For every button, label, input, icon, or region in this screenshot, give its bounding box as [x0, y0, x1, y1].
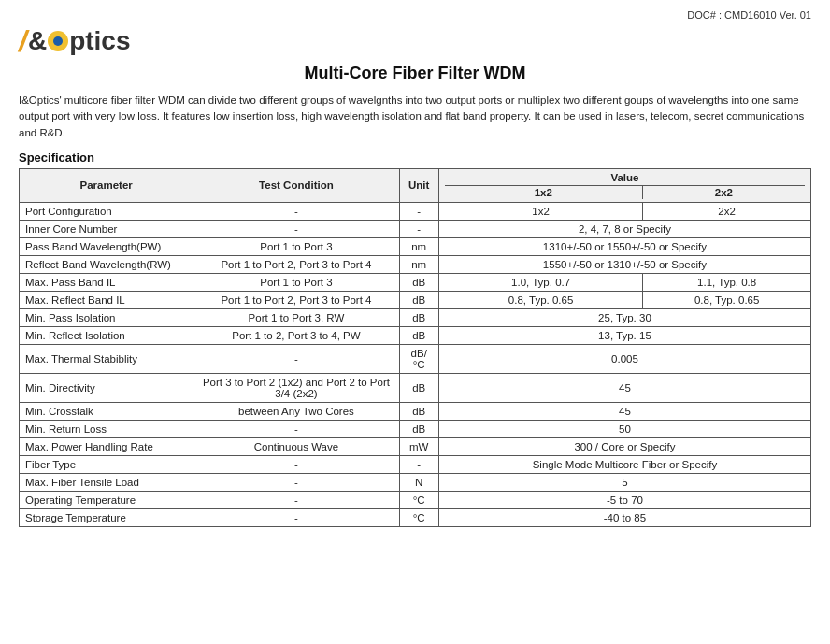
- cell-test: -: [193, 473, 399, 491]
- cell-param: Min. Crosstalk: [20, 402, 193, 420]
- logo-eye-inner: [53, 36, 63, 46]
- cell-test: -: [193, 344, 399, 373]
- cell-param: Max. Thermal Stabiblity: [20, 344, 193, 373]
- cell-value: 300 / Core or Specify: [438, 437, 810, 455]
- logo-area: / & ptics: [19, 26, 811, 56]
- description-text: I&Optics' multicore fiber filter WDM can…: [19, 93, 811, 141]
- cell-unit: -: [399, 455, 438, 473]
- cell-unit: dB/°C: [399, 344, 438, 373]
- cell-test: -: [193, 202, 399, 220]
- logo-eye-icon: [48, 31, 68, 51]
- table-row: Min. Crosstalkbetween Any Two CoresdB45: [20, 402, 811, 420]
- cell-param: Storage Temperature: [20, 508, 193, 526]
- logo-amp: &: [28, 28, 47, 54]
- cell-param: Max. Power Handling Rate: [20, 437, 193, 455]
- cell-unit: nm: [399, 237, 438, 255]
- cell-param: Port Configuration: [20, 202, 193, 220]
- cell-param: Max. Pass Band IL: [20, 273, 193, 291]
- cell-test: Port 1 to 2, Port 3 to 4, PW: [193, 326, 399, 344]
- header-unit: Unit: [399, 168, 438, 202]
- page-title: Multi-Core Fiber Filter WDM: [19, 64, 811, 83]
- table-row: Storage Temperature-°C-40 to 85: [20, 508, 811, 526]
- cell-test: Port 1 to Port 3: [193, 273, 399, 291]
- cell-unit: mW: [399, 437, 438, 455]
- spec-table: Parameter Test Condition Unit Value 1x2 …: [19, 168, 811, 527]
- cell-param: Max. Fiber Tensile Load: [20, 473, 193, 491]
- cell-param: Reflect Band Wavelength(RW): [20, 255, 193, 273]
- table-row: Min. DirectivityPort 3 to Port 2 (1x2) a…: [20, 373, 811, 402]
- cell-test: Port 1 to Port 3, RW: [193, 308, 399, 326]
- table-row: Port Configuration--1x22x2: [20, 202, 811, 220]
- cell-value: 1310+/-50 or 1550+/-50 or Specify: [438, 237, 810, 255]
- cell-value: 45: [438, 402, 810, 420]
- cell-param: Max. Reflect Band IL: [20, 291, 193, 308]
- cell-param: Min. Directivity: [20, 373, 193, 402]
- cell-test: -: [193, 420, 399, 437]
- cell-test: Port 1 to Port 2, Port 3 to Port 4: [193, 291, 399, 308]
- cell-value: 1550+/-50 or 1310+/-50 or Specify: [438, 255, 810, 273]
- cell-test: -: [193, 491, 399, 508]
- logo-ptics-text: ptics: [69, 28, 130, 54]
- cell-param: Min. Return Loss: [20, 420, 193, 437]
- header-parameter: Parameter: [20, 168, 193, 202]
- cell-test: Port 1 to Port 2, Port 3 to Port 4: [193, 255, 399, 273]
- table-row: Operating Temperature-°C-5 to 70: [20, 491, 811, 508]
- cell-test: -: [193, 508, 399, 526]
- cell-param: Operating Temperature: [20, 491, 193, 508]
- cell-param: Pass Band Wavelength(PW): [20, 237, 193, 255]
- cell-value: 0.8, Typ. 0.650.8, Typ. 0.65: [438, 291, 810, 308]
- cell-unit: nm: [399, 255, 438, 273]
- logo-slash-icon: /: [19, 26, 27, 56]
- cell-value: 13, Typ. 15: [438, 326, 810, 344]
- cell-test: Continuous Wave: [193, 437, 399, 455]
- table-row: Inner Core Number--2, 4, 7, 8 or Specify: [20, 220, 811, 237]
- cell-value: 1x22x2: [438, 202, 810, 220]
- table-row: Reflect Band Wavelength(RW)Port 1 to Por…: [20, 255, 811, 273]
- cell-value: -5 to 70: [438, 491, 810, 508]
- cell-value: -40 to 85: [438, 508, 810, 526]
- cell-test: Port 3 to Port 2 (1x2) and Port 2 to Por…: [193, 373, 399, 402]
- table-row: Min. Return Loss-dB50: [20, 420, 811, 437]
- cell-unit: -: [399, 202, 438, 220]
- cell-value: 1.0, Typ. 0.71.1, Typ. 0.8: [438, 273, 810, 291]
- cell-unit: °C: [399, 508, 438, 526]
- cell-test: -: [193, 455, 399, 473]
- table-header-row: Parameter Test Condition Unit Value 1x2 …: [20, 168, 811, 202]
- table-row: Max. Fiber Tensile Load-N5: [20, 473, 811, 491]
- cell-param: Fiber Type: [20, 455, 193, 473]
- cell-unit: -: [399, 220, 438, 237]
- cell-unit: N: [399, 473, 438, 491]
- cell-unit: dB: [399, 326, 438, 344]
- table-row: Max. Power Handling RateContinuous Wavem…: [20, 437, 811, 455]
- section-label: Specification: [19, 150, 811, 165]
- table-row: Max. Thermal Stabiblity-dB/°C0.005: [20, 344, 811, 373]
- cell-test: between Any Two Cores: [193, 402, 399, 420]
- cell-unit: dB: [399, 273, 438, 291]
- doc-reference: DOC# : CMD16010 Ver. 01: [19, 9, 811, 21]
- table-row: Fiber Type--Single Mode Multicore Fiber …: [20, 455, 811, 473]
- cell-unit: °C: [399, 491, 438, 508]
- cell-unit: dB: [399, 373, 438, 402]
- table-row: Pass Band Wavelength(PW)Port 1 to Port 3…: [20, 237, 811, 255]
- table-row: Min. Reflect IsolationPort 1 to 2, Port …: [20, 326, 811, 344]
- cell-param: Min. Reflect Isolation: [20, 326, 193, 344]
- cell-value: Single Mode Multicore Fiber or Specify: [438, 455, 810, 473]
- cell-param: Min. Pass Isolation: [20, 308, 193, 326]
- cell-value: 2, 4, 7, 8 or Specify: [438, 220, 810, 237]
- cell-test: Port 1 to Port 3: [193, 237, 399, 255]
- table-row: Min. Pass IsolationPort 1 to Port 3, RWd…: [20, 308, 811, 326]
- table-row: Max. Pass Band ILPort 1 to Port 3dB1.0, …: [20, 273, 811, 291]
- cell-unit: dB: [399, 291, 438, 308]
- cell-value: 25, Typ. 30: [438, 308, 810, 326]
- cell-test: -: [193, 220, 399, 237]
- cell-unit: dB: [399, 308, 438, 326]
- cell-unit: dB: [399, 420, 438, 437]
- table-row: Max. Reflect Band ILPort 1 to Port 2, Po…: [20, 291, 811, 308]
- cell-unit: dB: [399, 402, 438, 420]
- logo: / & ptics: [19, 26, 130, 56]
- header-test-condition: Test Condition: [193, 168, 399, 202]
- cell-value: 5: [438, 473, 810, 491]
- cell-param: Inner Core Number: [20, 220, 193, 237]
- cell-value: 45: [438, 373, 810, 402]
- cell-value: 50: [438, 420, 810, 437]
